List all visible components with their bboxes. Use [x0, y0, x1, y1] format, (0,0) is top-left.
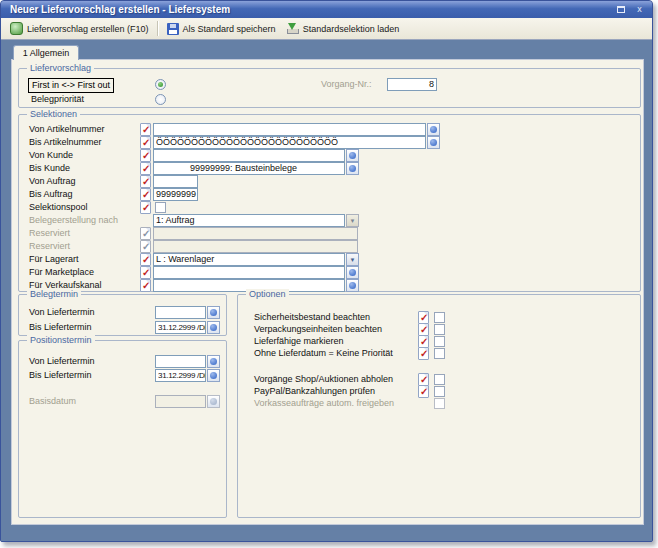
lookup-picker-icon[interactable] [346, 279, 359, 292]
option-label: Ohne Lieferdatum = Keine Priorität [254, 348, 393, 358]
check-toggle-icon[interactable] [140, 266, 151, 279]
marketplace-field[interactable] [153, 266, 345, 279]
option-label: PayPal/Bankzahlungen prüfen [254, 386, 375, 396]
group-liefervorschlag-title: Liefervorschlag [27, 63, 94, 74]
load-standard-selection-button[interactable]: Standardselektion laden [281, 20, 405, 38]
vorgang-nr-label: Vorgang-Nr.: [321, 79, 372, 89]
beleg-von-liefertermin-field[interactable] [155, 306, 206, 319]
dialog-body: 1 Allgemein Liefervorschlag First in <->… [1, 40, 652, 541]
lookup-picker-icon[interactable] [346, 162, 359, 175]
field-label: Von Kunde [29, 150, 73, 160]
check-toggle-icon[interactable] [140, 123, 151, 136]
group-optionen-title: Optionen [246, 289, 289, 300]
lookup-picker-icon[interactable] [346, 149, 359, 162]
option-checkbox[interactable] [434, 386, 445, 397]
belegeerstellung-combo[interactable]: 1: Auftrag [153, 214, 345, 227]
radio-fifo[interactable] [155, 79, 166, 90]
von-kunde-field[interactable] [153, 149, 345, 162]
option-label: Vorkasseaufträge autom. freigeben [254, 398, 394, 408]
bis-auftrag-field[interactable]: 99999999 [153, 188, 198, 201]
bis-artikelnummer-field[interactable]: ÖÖÖÖÖÖÖÖÖÖÖÖÖÖÖÖÖÖÖÖÖÖÖÖÖÖ [153, 136, 426, 149]
tab-allgemein[interactable]: 1 Allgemein [13, 45, 79, 60]
group-liefervorschlag: Liefervorschlag First in <-> First out V… [18, 68, 641, 108]
check-toggle-icon-disabled [140, 227, 151, 240]
row-von-auftrag: Von Auftrag [19, 175, 640, 188]
field-label: Bis Artikelnummer [29, 137, 102, 147]
field-label: Bis Auftrag [29, 189, 73, 199]
basisdatum-field [155, 395, 206, 408]
row-beleg-bis-liefertermin: Bis Liefertermin 31.12.2999 /Di [19, 321, 226, 334]
radio-priority-label: Belegpriorität [31, 94, 84, 104]
von-artikelnummer-field[interactable] [153, 123, 426, 136]
option-checkbox[interactable] [434, 336, 445, 347]
lookup-picker-icon[interactable] [427, 123, 440, 136]
radio-belegprioritaet[interactable] [155, 94, 166, 105]
field-label: Für Marketplace [29, 267, 94, 277]
field-label: Selektionspool [29, 202, 88, 212]
date-picker-icon[interactable] [207, 321, 220, 334]
lookup-picker-icon[interactable] [346, 266, 359, 279]
option-label: Verpackungseinheiten beachten [254, 324, 382, 334]
group-positionstermin-title: Positionstermin [27, 335, 95, 346]
check-toggle-icon-disabled [140, 240, 151, 253]
check-toggle-icon[interactable] [140, 136, 151, 149]
check-toggle-icon[interactable] [140, 162, 151, 175]
dropdown-arrow-icon[interactable]: ▼ [346, 214, 359, 227]
row-bis-artikelnummer: Bis Artikelnummer ÖÖÖÖÖÖÖÖÖÖÖÖÖÖÖÖÖÖÖÖÖÖ… [19, 136, 640, 149]
tab-content-panel: Liefervorschlag First in <-> First out V… [11, 59, 644, 525]
check-toggle-icon[interactable] [418, 347, 429, 360]
check-toggle-icon[interactable] [140, 253, 151, 266]
date-picker-icon[interactable] [207, 369, 220, 382]
toolbar: Liefervorschlag erstellen (F10) Als Stan… [1, 18, 652, 40]
date-picker-icon[interactable] [207, 355, 220, 368]
titlebar: Neuer Liefervorschlag erstellen - Liefer… [1, 1, 652, 18]
window-title: Neuer Liefervorschlag erstellen - Liefer… [10, 4, 614, 15]
group-selektionen: Selektionen Von Artikelnummer Bis Artike… [18, 114, 641, 292]
field-label: Bis Liefertermin [29, 370, 92, 380]
download-icon [286, 22, 299, 35]
row-von-artikelnummer: Von Artikelnummer [19, 123, 640, 136]
row-fuer-lagerart: Für Lagerart L : Warenlager▼ [19, 253, 640, 266]
field-label: Für Lagerart [29, 254, 79, 264]
option-checkbox[interactable] [434, 324, 445, 335]
option-checkbox[interactable] [434, 348, 445, 359]
bis-kunde-field[interactable]: 99999999: Bausteinbelege [153, 162, 345, 175]
check-toggle-icon[interactable] [140, 201, 151, 214]
group-belegtermin-title: Belegtermin [27, 289, 81, 300]
option-label: Lieferfähige markieren [254, 336, 344, 346]
selektionspool-checkbox[interactable] [155, 202, 166, 213]
check-toggle-icon[interactable] [140, 175, 151, 188]
field-label: Von Liefertermin [29, 356, 95, 366]
check-toggle-icon[interactable] [140, 279, 151, 292]
close-icon[interactable]: x [633, 4, 646, 15]
field-label: Basisdatum [29, 396, 76, 406]
reserviert-field-1 [153, 227, 358, 240]
check-toggle-icon[interactable] [140, 188, 151, 201]
dropdown-arrow-icon[interactable]: ▼ [346, 253, 359, 266]
option-checkbox[interactable] [434, 374, 445, 385]
row-ohne-lieferdatum: Ohne Lieferdatum = Keine Priorität [238, 347, 640, 360]
save-as-standard-button[interactable]: Als Standard speichern [162, 20, 281, 38]
check-toggle-icon[interactable] [140, 149, 151, 162]
row-reserviert-1: Reserviert [19, 227, 640, 240]
row-bis-kunde: Bis Kunde 99999999: Bausteinbelege [19, 162, 640, 175]
pos-bis-liefertermin-field[interactable]: 31.12.2999 /Di [155, 369, 206, 382]
restore-icon[interactable] [614, 4, 627, 15]
option-checkbox[interactable] [434, 312, 445, 323]
field-label: Belegeerstellung nach [29, 215, 118, 225]
restore-glyph [617, 6, 625, 13]
dialog-window: Neuer Liefervorschlag erstellen - Liefer… [0, 0, 653, 542]
create-delivery-proposal-button[interactable]: Liefervorschlag erstellen (F10) [5, 20, 154, 38]
load-standard-selection-label: Standardselektion laden [303, 24, 400, 34]
row-basisdatum: Basisdatum [19, 395, 226, 408]
date-picker-icon[interactable] [207, 306, 220, 319]
group-selektionen-title: Selektionen [27, 109, 80, 120]
field-label: Von Liefertermin [29, 307, 95, 317]
lagerart-combo[interactable]: L : Warenlager [153, 253, 345, 266]
pos-von-liefertermin-field[interactable] [155, 355, 206, 368]
von-auftrag-field[interactable] [153, 175, 198, 188]
beleg-bis-liefertermin-field[interactable]: 31.12.2999 /Di [155, 321, 206, 334]
lookup-picker-icon[interactable] [427, 136, 440, 149]
vorgang-nr-field[interactable]: 8 [387, 78, 437, 91]
save-as-standard-label: Als Standard speichern [183, 24, 276, 34]
